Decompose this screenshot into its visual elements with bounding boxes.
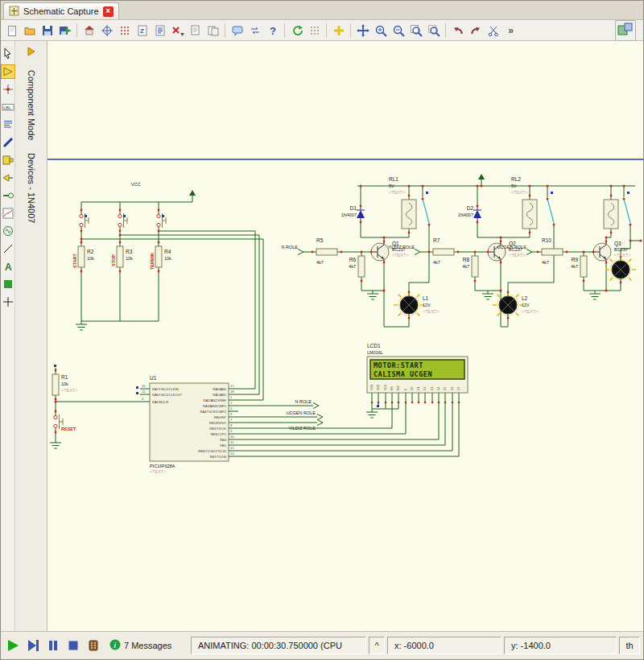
component-d1[interactable] bbox=[357, 205, 365, 224]
component-termik-button[interactable] bbox=[157, 209, 166, 233]
new-file-icon[interactable] bbox=[3, 22, 20, 39]
relay-contact[interactable] bbox=[423, 199, 429, 223]
wire[interactable] bbox=[621, 186, 641, 257]
ground-icon[interactable] bbox=[589, 291, 601, 299]
component-q3[interactable] bbox=[592, 241, 611, 264]
component-r8[interactable] bbox=[472, 251, 478, 283]
sheet-icon[interactable] bbox=[151, 22, 168, 39]
component-rl3[interactable] bbox=[604, 195, 618, 234]
wire[interactable] bbox=[372, 402, 398, 409]
cut-region-icon[interactable] bbox=[169, 22, 186, 39]
2d-text-mode-icon[interactable]: A bbox=[2, 260, 14, 273]
bus-mode-icon[interactable] bbox=[2, 136, 14, 149]
remote-panel-icon[interactable] bbox=[85, 637, 102, 654]
component-d2[interactable] bbox=[473, 205, 481, 224]
component-r9[interactable] bbox=[580, 251, 587, 283]
open-project-icon[interactable] bbox=[21, 22, 38, 39]
component-r2[interactable] bbox=[78, 241, 85, 273]
schematic-drawing[interactable]: VCC START STOP TERMIK R2 10k R3 10k R4 bbox=[47, 41, 643, 631]
component-stop-button[interactable] bbox=[118, 209, 127, 233]
panel-expand-icon[interactable] bbox=[26, 46, 37, 60]
lcd-wiring[interactable] bbox=[238, 402, 459, 456]
zoom-out-icon[interactable] bbox=[390, 22, 407, 39]
center-origin-icon[interactable] bbox=[98, 22, 115, 39]
component-lcd1[interactable]: LCD1 LM016L MOTOR:START CALISMA UCGEN VS… bbox=[367, 343, 468, 403]
save-project-icon[interactable] bbox=[39, 22, 56, 39]
play-button[interactable] bbox=[4, 637, 22, 654]
paste-sheet-icon[interactable] bbox=[204, 22, 221, 39]
output-terminal-icon[interactable] bbox=[313, 403, 319, 409]
input-terminal-icon[interactable] bbox=[298, 250, 303, 255]
wire-label-mode-icon[interactable]: LBL bbox=[2, 101, 14, 113]
component-rl2[interactable] bbox=[522, 195, 537, 234]
origin-marker-icon[interactable] bbox=[330, 22, 347, 39]
supply-power-icon[interactable] bbox=[478, 174, 485, 186]
junction-dot-mode-icon[interactable] bbox=[2, 83, 14, 96]
button-input-circuit[interactable]: VCC START STOP TERMIK R2 10k R3 10k R4 bbox=[72, 182, 263, 400]
component-r1[interactable] bbox=[52, 369, 59, 401]
relay-driver-circuits[interactable]: D1 1N4007 D2 1N4007 RL1 5V <TEXT> RL2 5V… bbox=[282, 174, 641, 327]
component-r3[interactable] bbox=[117, 241, 123, 273]
copy-sheet-icon[interactable] bbox=[187, 22, 204, 39]
selection-mode-icon[interactable] bbox=[2, 47, 14, 60]
zoom-area-icon[interactable] bbox=[425, 22, 442, 39]
output-terminal-icon[interactable] bbox=[317, 415, 323, 420]
component-q1[interactable] bbox=[370, 241, 389, 264]
device-pin-mode-icon[interactable] bbox=[2, 189, 14, 202]
redo-icon[interactable] bbox=[467, 22, 484, 39]
component-r10[interactable] bbox=[537, 249, 568, 255]
ground-icon[interactable] bbox=[482, 291, 493, 299]
input-terminal-icon[interactable] bbox=[526, 250, 532, 255]
component-q2[interactable] bbox=[487, 241, 506, 264]
subcircuit-mode-icon[interactable] bbox=[2, 154, 14, 167]
grid-dots-icon[interactable] bbox=[306, 22, 323, 39]
tab-schematic-capture[interactable]: Schematic Capture × bbox=[3, 2, 119, 19]
toolbar-overflow-icon[interactable]: » bbox=[502, 22, 519, 39]
step-button[interactable] bbox=[24, 637, 42, 654]
terminal-mode-icon[interactable] bbox=[2, 171, 14, 184]
component-l1[interactable] bbox=[394, 291, 424, 320]
input-terminal-icon[interactable] bbox=[415, 250, 420, 255]
schematic-canvas[interactable]: VCC START STOP TERMIK R2 10k R3 10k R4 bbox=[47, 41, 643, 631]
component-l2[interactable] bbox=[493, 291, 523, 320]
output-terminal-icon[interactable] bbox=[317, 420, 323, 426]
ground-icon[interactable] bbox=[50, 439, 61, 448]
wire[interactable] bbox=[81, 202, 192, 321]
zoom-in-icon[interactable] bbox=[372, 22, 389, 39]
relay-contact[interactable] bbox=[624, 199, 630, 223]
component-r7[interactable] bbox=[428, 249, 460, 255]
vcc-power-icon[interactable] bbox=[189, 190, 196, 202]
mcu-output-wires[interactable]: N ROLE UCGEN ROLE YILDIZ ROLE bbox=[238, 399, 323, 431]
panel-devices-label[interactable]: Devices - 1N4007 bbox=[27, 153, 36, 223]
component-rl1[interactable] bbox=[402, 195, 416, 234]
reset-circuit[interactable]: R1 10k <TEXT> RESET bbox=[50, 368, 140, 448]
home-icon[interactable] bbox=[80, 22, 97, 39]
component-l3[interactable] bbox=[605, 256, 636, 284]
exchange-icon[interactable] bbox=[246, 22, 263, 39]
undo-icon[interactable] bbox=[449, 22, 466, 39]
pan-icon[interactable] bbox=[354, 22, 371, 39]
2d-symbol-mode-icon[interactable] bbox=[2, 278, 14, 291]
pause-button[interactable] bbox=[44, 637, 62, 654]
2d-line-mode-icon[interactable] bbox=[2, 242, 14, 255]
component-r4[interactable] bbox=[155, 241, 162, 273]
ground-icon[interactable] bbox=[366, 409, 378, 418]
status-caret[interactable]: ^ bbox=[369, 637, 385, 654]
messages-label[interactable]: 7 Messages bbox=[124, 641, 171, 650]
simulation-panel-icon[interactable] bbox=[615, 20, 636, 41]
import-project-icon[interactable] bbox=[56, 22, 73, 39]
stop-button[interactable] bbox=[64, 637, 82, 654]
wire[interactable] bbox=[81, 231, 263, 400]
component-r5[interactable] bbox=[312, 249, 343, 255]
component-start-button[interactable] bbox=[80, 209, 89, 233]
false-origin-icon[interactable]: Z bbox=[134, 22, 151, 39]
notes-icon[interactable] bbox=[229, 22, 246, 39]
component-r6[interactable] bbox=[358, 251, 365, 283]
component-mode-icon[interactable] bbox=[2, 65, 14, 78]
tab-close-icon[interactable]: × bbox=[103, 6, 114, 17]
wire[interactable] bbox=[238, 402, 459, 456]
ground-icon[interactable] bbox=[367, 291, 378, 299]
help-icon[interactable]: ? bbox=[264, 22, 281, 39]
graph-mode-icon[interactable] bbox=[2, 207, 14, 220]
component-u1[interactable]: U1 PIC16F628A <TEXT> RA7/OSC1/CLKIN RA6/… bbox=[140, 375, 238, 474]
